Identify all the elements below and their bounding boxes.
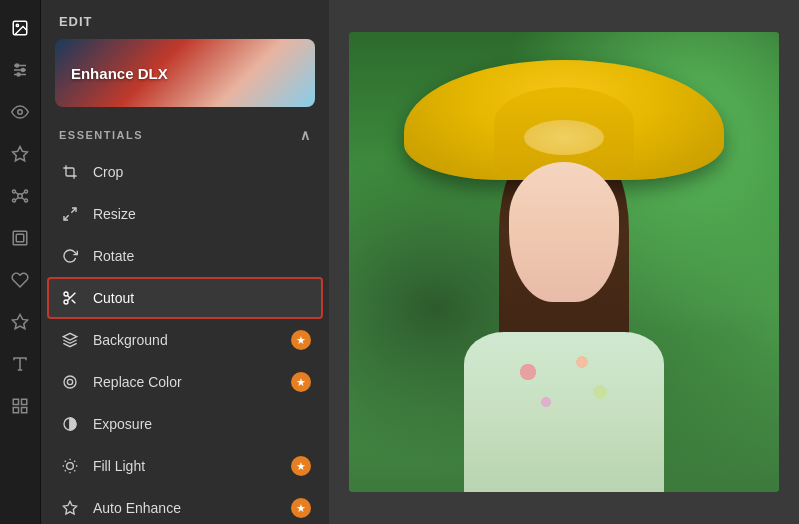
enhance-card-label: Enhance DLX — [71, 65, 168, 82]
svg-point-1 — [16, 24, 18, 26]
section-header-essentials: ESSENTIALS ∧ — [41, 121, 329, 151]
sidebar-item-view[interactable] — [2, 94, 38, 130]
svg-rect-20 — [16, 234, 24, 242]
rotate-label: Rotate — [93, 248, 311, 264]
svg-point-14 — [24, 199, 27, 202]
svg-line-17 — [15, 198, 18, 200]
fill-light-star-badge: ★ — [291, 456, 311, 476]
sidebar-item-text[interactable] — [2, 346, 38, 382]
svg-rect-27 — [21, 408, 26, 413]
sidebar-item-texture[interactable] — [2, 388, 38, 424]
crop-label: Crop — [93, 164, 311, 180]
fill-light-label: Fill Light — [93, 458, 291, 474]
clothing — [464, 332, 664, 492]
auto-enhance-label: Auto Enhance — [93, 500, 291, 516]
svg-point-8 — [18, 110, 23, 115]
menu-item-resize[interactable]: Resize — [41, 193, 329, 235]
sidebar-item-gallery[interactable] — [2, 10, 38, 46]
sidebar-item-adjustments[interactable] — [2, 52, 38, 88]
svg-point-5 — [15, 64, 18, 67]
svg-point-31 — [64, 300, 68, 304]
sidebar-item-favorites[interactable] — [2, 136, 38, 172]
svg-point-11 — [12, 190, 15, 193]
auto-enhance-star-badge: ★ — [291, 498, 311, 518]
menu-item-fill-light[interactable]: Fill Light ★ — [41, 445, 329, 487]
fill-light-icon — [59, 455, 81, 477]
svg-point-7 — [17, 73, 20, 76]
svg-line-28 — [71, 208, 76, 213]
face — [509, 162, 619, 302]
replace-color-star-badge: ★ — [291, 372, 311, 392]
svg-point-35 — [64, 376, 76, 388]
svg-point-30 — [64, 292, 68, 296]
svg-point-12 — [24, 190, 27, 193]
replace-color-icon — [59, 371, 81, 393]
menu-item-cutout[interactable]: Cutout — [47, 277, 323, 319]
background-star-badge: ★ — [291, 330, 311, 350]
svg-point-36 — [67, 379, 72, 384]
svg-rect-24 — [13, 399, 18, 404]
hat-bow — [524, 120, 604, 155]
sidebar-item-badge[interactable] — [2, 304, 38, 340]
menu-item-replace-color[interactable]: Replace Color ★ — [41, 361, 329, 403]
svg-marker-21 — [12, 315, 27, 329]
menu-item-auto-enhance[interactable]: Auto Enhance ★ — [41, 487, 329, 524]
icon-sidebar — [0, 0, 41, 524]
menu-items-list: Crop Resize Rotate — [41, 151, 329, 524]
background-icon — [59, 329, 81, 351]
menu-item-background[interactable]: Background ★ — [41, 319, 329, 361]
svg-line-18 — [21, 198, 24, 200]
main-content — [329, 0, 799, 524]
svg-line-34 — [67, 295, 70, 298]
svg-rect-19 — [13, 231, 27, 245]
enhance-card[interactable]: Enhance DLX — [55, 39, 315, 107]
svg-line-29 — [64, 215, 69, 220]
clothing-pattern — [474, 332, 654, 432]
exposure-icon — [59, 413, 81, 435]
svg-point-6 — [21, 69, 24, 72]
section-toggle-icon[interactable]: ∧ — [300, 127, 312, 143]
sidebar-item-nodes[interactable] — [2, 178, 38, 214]
menu-item-rotate[interactable]: Rotate — [41, 235, 329, 277]
svg-rect-25 — [21, 399, 26, 404]
tools-header: EDIT — [41, 0, 329, 39]
svg-rect-26 — [13, 408, 18, 413]
svg-line-16 — [21, 192, 24, 194]
menu-item-crop[interactable]: Crop — [41, 151, 329, 193]
svg-marker-48 — [63, 501, 76, 514]
sidebar-item-frame[interactable] — [2, 220, 38, 256]
background-label: Background — [93, 332, 291, 348]
photo-container — [349, 20, 779, 504]
photo-display — [349, 32, 779, 492]
svg-marker-9 — [12, 147, 27, 161]
svg-line-33 — [72, 300, 76, 304]
cutout-label: Cutout — [93, 290, 311, 306]
sidebar-item-favorites2[interactable] — [2, 262, 38, 298]
svg-line-42 — [65, 461, 66, 462]
replace-color-label: Replace Color — [93, 374, 291, 390]
essentials-label: ESSENTIALS — [59, 129, 143, 141]
svg-point-39 — [67, 463, 74, 470]
menu-item-exposure[interactable]: Exposure — [41, 403, 329, 445]
exposure-label: Exposure — [93, 416, 311, 432]
crop-icon — [59, 161, 81, 183]
resize-icon — [59, 203, 81, 225]
tools-panel: EDIT Enhance DLX ESSENTIALS ∧ Crop — [41, 0, 329, 524]
cutout-icon — [59, 287, 81, 309]
svg-line-15 — [15, 192, 18, 194]
photo-canvas — [349, 32, 779, 492]
svg-line-46 — [65, 470, 66, 471]
rotate-icon — [59, 245, 81, 267]
auto-enhance-icon — [59, 497, 81, 519]
svg-point-13 — [12, 199, 15, 202]
resize-label: Resize — [93, 206, 311, 222]
svg-line-47 — [74, 461, 75, 462]
svg-line-43 — [74, 470, 75, 471]
